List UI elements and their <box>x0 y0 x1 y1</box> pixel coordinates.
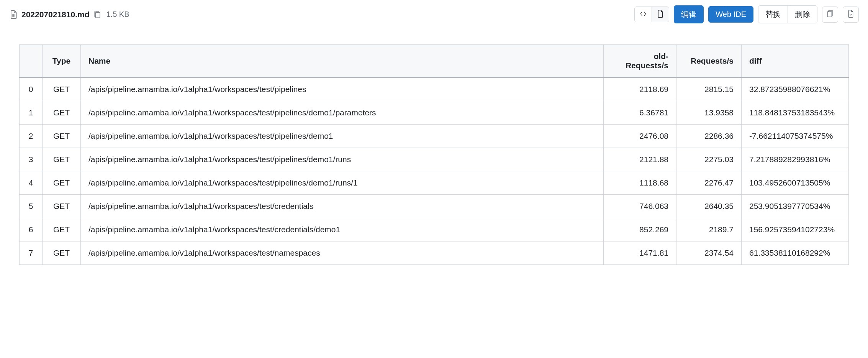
copy-icon <box>826 10 834 19</box>
file-header: 202207021810.md 1.5 KB 编辑 Web IDE 替换 删除 <box>0 0 868 29</box>
web-ide-button[interactable]: Web IDE <box>708 6 753 23</box>
cell-name: /apis/pipeline.amamba.io/v1alpha1/worksp… <box>81 101 604 125</box>
table-header-row: Type Name old-Requests/s Requests/s diff <box>20 45 849 78</box>
cell-name: /apis/pipeline.amamba.io/v1alpha1/worksp… <box>81 195 604 218</box>
cell-name: /apis/pipeline.amamba.io/v1alpha1/worksp… <box>81 218 604 241</box>
cell-index: 1 <box>20 101 43 125</box>
col-diff: diff <box>742 45 849 78</box>
col-name: Name <box>81 45 604 78</box>
cell-requests: 2815.15 <box>676 77 742 101</box>
cell-index: 3 <box>20 148 43 171</box>
replace-delete-group: 替换 删除 <box>758 5 817 23</box>
table-row: 1GET/apis/pipeline.amamba.io/v1alpha1/wo… <box>20 101 849 125</box>
cell-type: GET <box>43 148 81 171</box>
cell-index: 6 <box>20 218 43 241</box>
document-icon <box>657 10 664 19</box>
cell-diff: 61.33538110168292% <box>742 241 849 265</box>
rendered-view-button[interactable] <box>652 7 669 22</box>
table-row: 0GET/apis/pipeline.amamba.io/v1alpha1/wo… <box>20 77 849 101</box>
download-button[interactable] <box>843 7 859 23</box>
download-file-icon <box>847 10 855 19</box>
file-content: Type Name old-Requests/s Requests/s diff… <box>0 29 868 280</box>
cell-requests: 13.9358 <box>676 101 742 125</box>
cell-type: GET <box>43 101 81 125</box>
cell-old-requests: 2476.08 <box>604 125 676 148</box>
replace-button[interactable]: 替换 <box>758 6 788 23</box>
file-info: 202207021810.md 1.5 KB <box>9 10 129 19</box>
cell-type: GET <box>43 125 81 148</box>
table-row: 2GET/apis/pipeline.amamba.io/v1alpha1/wo… <box>20 125 849 148</box>
table-row: 6GET/apis/pipeline.amamba.io/v1alpha1/wo… <box>20 218 849 241</box>
col-index <box>20 45 43 78</box>
cell-name: /apis/pipeline.amamba.io/v1alpha1/worksp… <box>81 77 604 101</box>
delete-button[interactable]: 删除 <box>788 6 817 23</box>
cell-old-requests: 2121.88 <box>604 148 676 171</box>
cell-index: 7 <box>20 241 43 265</box>
cell-type: GET <box>43 218 81 241</box>
cell-requests: 2286.36 <box>676 125 742 148</box>
edit-button[interactable]: 编辑 <box>674 5 704 23</box>
cell-diff: 118.84813753183543% <box>742 101 849 125</box>
cell-diff: 156.92573594102723% <box>742 218 849 241</box>
cell-index: 4 <box>20 171 43 195</box>
cell-name: /apis/pipeline.amamba.io/v1alpha1/worksp… <box>81 125 604 148</box>
table-row: 4GET/apis/pipeline.amamba.io/v1alpha1/wo… <box>20 171 849 195</box>
table-row: 7GET/apis/pipeline.amamba.io/v1alpha1/wo… <box>20 241 849 265</box>
cell-old-requests: 1118.68 <box>604 171 676 195</box>
cell-requests: 2189.7 <box>676 218 742 241</box>
file-toolbar: 编辑 Web IDE 替换 删除 <box>634 5 859 23</box>
col-old-requests: old-Requests/s <box>604 45 676 78</box>
col-requests: Requests/s <box>676 45 742 78</box>
cell-diff: -7.662114075374575% <box>742 125 849 148</box>
cell-type: GET <box>43 77 81 101</box>
cell-old-requests: 6.36781 <box>604 101 676 125</box>
table-row: 5GET/apis/pipeline.amamba.io/v1alpha1/wo… <box>20 195 849 218</box>
file-size: 1.5 KB <box>106 10 129 19</box>
data-table: Type Name old-Requests/s Requests/s diff… <box>19 44 849 265</box>
cell-index: 5 <box>20 195 43 218</box>
cell-old-requests: 852.269 <box>604 218 676 241</box>
cell-type: GET <box>43 195 81 218</box>
cell-requests: 2374.54 <box>676 241 742 265</box>
cell-diff: 103.4952600713505% <box>742 171 849 195</box>
cell-type: GET <box>43 171 81 195</box>
cell-requests: 2276.47 <box>676 171 742 195</box>
file-document-icon <box>9 10 18 19</box>
col-type: Type <box>43 45 81 78</box>
code-icon <box>639 10 647 19</box>
cell-requests: 2275.03 <box>676 148 742 171</box>
cell-index: 2 <box>20 125 43 148</box>
cell-name: /apis/pipeline.amamba.io/v1alpha1/worksp… <box>81 171 604 195</box>
cell-index: 0 <box>20 77 43 101</box>
cell-diff: 253.9051397770534% <box>742 195 849 218</box>
cell-diff: 32.87235988076621% <box>742 77 849 101</box>
cell-old-requests: 1471.81 <box>604 241 676 265</box>
copy-contents-button[interactable] <box>822 7 838 23</box>
cell-diff: 7.217889282993816% <box>742 148 849 171</box>
file-name: 202207021810.md <box>21 10 90 19</box>
cell-old-requests: 2118.69 <box>604 77 676 101</box>
copy-path-icon[interactable] <box>93 11 101 18</box>
cell-requests: 2640.35 <box>676 195 742 218</box>
table-row: 3GET/apis/pipeline.amamba.io/v1alpha1/wo… <box>20 148 849 171</box>
source-view-button[interactable] <box>635 7 652 22</box>
cell-name: /apis/pipeline.amamba.io/v1alpha1/worksp… <box>81 241 604 265</box>
cell-type: GET <box>43 241 81 265</box>
view-mode-toggle <box>634 7 669 22</box>
cell-old-requests: 746.063 <box>604 195 676 218</box>
cell-name: /apis/pipeline.amamba.io/v1alpha1/worksp… <box>81 148 604 171</box>
